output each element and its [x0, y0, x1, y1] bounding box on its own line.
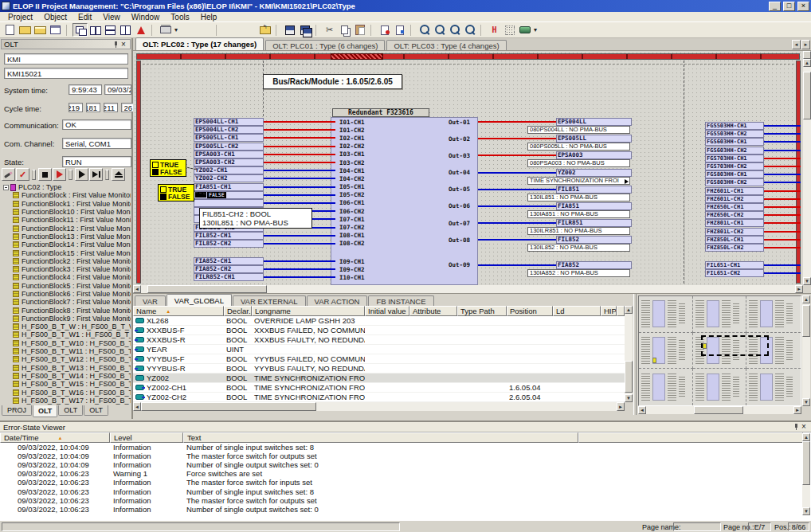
error-row[interactable]: 09/03/2022, 10:06:23 Information The mas… [0, 478, 803, 487]
error-row[interactable]: 09/03/2022, 10:04:09 Information Number … [0, 460, 803, 469]
signal-box[interactable]: EPSA003-CH2 [194, 158, 264, 166]
save-all-icon[interactable] [297, 23, 312, 37]
error-state-viewer-icon[interactable] [133, 23, 148, 37]
column-header[interactable]: Name [133, 306, 224, 316]
signal-box[interactable]: FIA852 [556, 261, 632, 269]
collapse-icon[interactable] [3, 185, 9, 190]
variable-row[interactable]: YYYBUS-F BOOL YYYBUS FAILED, NO COMMUNIC… [133, 354, 625, 364]
tab-scroll-left-icon[interactable] [792, 40, 801, 49]
tree-item[interactable]: H_FS00_B_T_W1 : H_FS00_B_T_W [2, 331, 131, 338]
cascade-windows-icon[interactable] [72, 23, 88, 37]
overview-horizontal-scrollbar[interactable] [638, 406, 801, 414]
column-header[interactable]: Text [183, 432, 578, 443]
signal-box[interactable]: FIL852-CH2 [194, 240, 264, 248]
signal-box[interactable]: FIA852-CH1 [194, 257, 264, 265]
scroll-right-icon[interactable] [795, 285, 803, 293]
variable-row[interactable]: XXXBUS-F BOOL XXXBUS FAILED, NO COMMUNIC… [133, 326, 625, 335]
column-header[interactable]: Attribute [409, 306, 457, 316]
single-step-icon[interactable] [89, 168, 103, 181]
dropdown-arrow-icon[interactable] [532, 23, 539, 37]
overview-vertical-scrollbar[interactable] [802, 295, 810, 406]
variable-row[interactable]: YZ002-CH2 BOOL TIME SYNCHRONIZATION FROM… [133, 393, 625, 402]
signal-box[interactable]: FIL651-CH2 [705, 269, 764, 277]
scroll-up-icon[interactable] [802, 295, 810, 303]
scroll-left-icon[interactable] [133, 402, 141, 411]
olt-tab[interactable]: PROJ [2, 405, 32, 416]
connect-icon[interactable] [2, 168, 15, 181]
error-row[interactable]: 09/03/2022, 10:06:23 Warning 1 Force swi… [0, 469, 803, 478]
scrollbar-thumb[interactable] [147, 285, 267, 293]
overview-map[interactable] [638, 295, 801, 406]
signal-box[interactable]: FIA851 [556, 202, 632, 210]
column-header[interactable]: Initial value [365, 306, 409, 316]
signal-box[interactable]: FHZ850L-CH2 [705, 244, 764, 252]
tree-item[interactable]: FunctionBlock5 : First Value Monitoring [2, 282, 131, 290]
menu-item[interactable]: View [97, 13, 126, 22]
signal-box[interactable] [194, 199, 264, 207]
signal-box[interactable]: FGS803HH-CH2 [705, 178, 764, 186]
arrange-windows-icon[interactable] [88, 23, 103, 37]
copy-icon[interactable] [337, 23, 352, 37]
scrollbar-thumb[interactable] [694, 406, 743, 414]
menu-item[interactable]: Edit [72, 13, 97, 22]
tree-item[interactable]: FunctionBlock1 : First Value Monitoring [2, 200, 131, 208]
viewport-rectangle[interactable] [701, 335, 769, 356]
menu-item[interactable]: Object [38, 13, 72, 22]
page-margins-icon[interactable] [487, 23, 502, 37]
signal-box[interactable]: FIL852-CH1 [194, 232, 264, 240]
menu-item[interactable]: Tools [165, 13, 194, 22]
editor-tab[interactable]: OLT: PLC01 : Type (6 changes) [265, 40, 385, 50]
tree-item[interactable]: H_FS00_B_T_W13 : H_FS00_B_T_W [2, 364, 131, 372]
signal-box[interactable]: EPSA003-CH1 [194, 151, 264, 158]
scrollbar-track[interactable] [646, 406, 793, 414]
signal-box[interactable]: FGS803HH-CH1 [705, 170, 764, 178]
variable-row[interactable]: YEAR UINT [133, 345, 625, 354]
properties-icon[interactable] [48, 23, 63, 37]
tree-item[interactable]: FunctionBlock6 : First Value Monitoring [2, 290, 131, 298]
scroll-down-icon[interactable] [625, 394, 633, 402]
close-panel-icon[interactable] [800, 423, 808, 431]
signal-box[interactable]: FHZ801L-CH1 [705, 219, 764, 227]
column-header[interactable]: Longname [252, 306, 365, 316]
signal-box[interactable]: FHZ650L-CH1 [705, 203, 764, 211]
coldstart-icon[interactable] [53, 168, 66, 181]
close-button[interactable] [797, 2, 809, 11]
scroll-right-icon[interactable] [617, 402, 625, 411]
variable-tab[interactable]: FB INSTANCE [368, 295, 433, 306]
signal-box[interactable]: EPS005LL [556, 135, 632, 143]
variable-tab[interactable]: VAR ACTION [307, 295, 368, 306]
tree-item[interactable]: FunctionBlock12 : First Value Monitoring [2, 224, 131, 232]
signal-box[interactable]: FIL851 [556, 186, 632, 194]
tree-item[interactable]: FunctionBlock10 : First Value Monitoring [2, 208, 131, 216]
signal-box[interactable]: FHZ801L-CH2 [705, 228, 764, 236]
pin-icon[interactable] [112, 41, 119, 49]
force-value-box[interactable]: TRUE FALSE [158, 184, 194, 201]
column-header[interactable]: Date/Time [0, 432, 110, 443]
scroll-down-icon[interactable] [802, 398, 810, 406]
tree-root-item[interactable]: PLC02 : Type [2, 183, 131, 191]
eject-icon[interactable] [112, 168, 125, 181]
variable-row[interactable]: YZ002-CH1 BOOL TIME SYNCHRONIZATION FROM… [133, 383, 625, 393]
logic-diagram-canvas[interactable]: Bus/Rack/Module : 1.6.05/2.6.05 Redundan… [133, 51, 803, 285]
tree-item[interactable]: FunctionBlock11 : First Value Monitoring [2, 216, 131, 224]
editor-vertical-scrollbar[interactable] [803, 51, 811, 285]
tree-item[interactable]: FunctionBlock3 : First Value Monitoring [2, 265, 131, 273]
signal-box[interactable]: FIA852-CH2 [194, 265, 264, 273]
editor-horizontal-scrollbar[interactable] [133, 285, 803, 293]
variable-row[interactable]: YZ002 BOOL TIME SYNCHRONIZATION FROM DCS [133, 374, 625, 383]
scrollbar-track[interactable] [141, 285, 795, 293]
cut-icon[interactable] [322, 23, 337, 37]
error-row[interactable]: 09/03/2022, 10:06:23 Information Number … [0, 505, 803, 514]
variable-row[interactable]: XL268 BOOL OVERRIDE LAMP GSHH 203 [133, 316, 625, 326]
scrollbar-thumb[interactable] [625, 361, 633, 393]
menu-item[interactable]: Help [195, 13, 223, 22]
signal-box[interactable]: EPS004LL [556, 118, 632, 126]
tree-item[interactable]: FunctionBlock4 : First Value Monitoring [2, 273, 131, 281]
tree-item[interactable]: H_FS00_B_T_W16 : H_FS00_B_T_W [2, 388, 131, 396]
scroll-right-icon[interactable] [793, 406, 801, 414]
zoom-in-icon[interactable] [417, 23, 432, 37]
signal-box[interactable]: FIL852 [556, 236, 632, 244]
scroll-left-icon[interactable] [638, 406, 646, 414]
tab-scroll-right-icon[interactable] [801, 40, 810, 49]
export-icon[interactable] [517, 23, 532, 37]
